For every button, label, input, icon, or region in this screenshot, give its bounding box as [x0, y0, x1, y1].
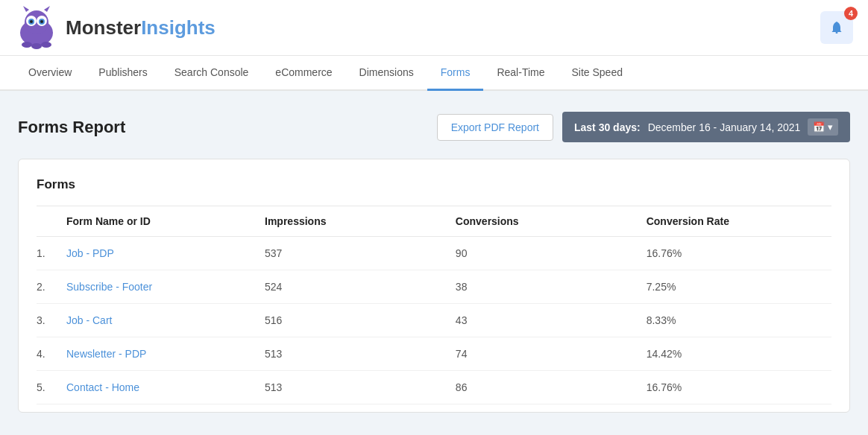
svg-point-12 — [41, 42, 51, 48]
col-header-num — [37, 206, 59, 237]
nav-item-forms[interactable]: Forms — [427, 56, 484, 91]
form-name-link[interactable]: Contact - Home — [66, 381, 139, 393]
table-row: 1. Job - PDP 537 90 16.76% — [37, 237, 831, 270]
notification-button[interactable]: 4 — [820, 11, 853, 44]
rate-cell: 7.25% — [639, 270, 831, 304]
data-table: Form Name or ID Impressions Conversions … — [37, 206, 831, 404]
calendar-icon: 📅 ▾ — [808, 118, 838, 136]
date-range-button[interactable]: Last 30 days: December 16 - January 14, … — [562, 112, 850, 142]
impressions-cell: 516 — [257, 304, 448, 337]
form-name-cell: Subscribe - Footer — [59, 270, 257, 304]
rate-cell: 8.33% — [639, 304, 831, 337]
nav-item-realtime[interactable]: Real-Time — [483, 56, 558, 91]
nav-item-site-speed[interactable]: Site Speed — [558, 56, 636, 91]
col-header-name: Form Name or ID — [59, 206, 257, 237]
form-name-cell: Job - Cart — [59, 304, 257, 337]
date-range-bold: Last 30 days: — [574, 121, 641, 133]
table-row: 2. Subscribe - Footer 524 38 7.25% — [37, 270, 831, 304]
nav-item-dimensions[interactable]: Dimensions — [346, 56, 427, 91]
export-pdf-button[interactable]: Export PDF Report — [437, 114, 553, 141]
form-name-link[interactable]: Newsletter - PDP — [66, 348, 146, 360]
form-name-link[interactable]: Subscribe - Footer — [66, 281, 152, 293]
page-header-actions: Export PDF Report Last 30 days: December… — [437, 112, 850, 142]
form-name-link[interactable]: Job - PDP — [66, 247, 114, 259]
impressions-cell: 524 — [257, 270, 448, 304]
row-num: 3. — [37, 304, 59, 337]
header: MonsterInsights 4 — [0, 0, 868, 56]
impressions-cell: 537 — [257, 237, 448, 270]
col-header-impressions: Impressions — [257, 206, 448, 237]
svg-point-7 — [40, 20, 43, 23]
svg-marker-8 — [23, 6, 29, 12]
impressions-cell: 513 — [257, 337, 448, 371]
table-row: 3. Job - Cart 516 43 8.33% — [37, 304, 831, 337]
header-right: 4 — [820, 11, 853, 44]
row-num: 2. — [37, 270, 59, 304]
conversions-cell: 74 — [448, 337, 639, 371]
table-row: 4. Newsletter - PDP 513 74 14.42% — [37, 337, 831, 371]
nav-item-search-console[interactable]: Search Console — [161, 56, 262, 91]
form-name-cell: Newsletter - PDP — [59, 337, 257, 371]
table-row: 5. Contact - Home 513 86 16.76% — [37, 371, 831, 404]
col-header-rate: Conversion Rate — [639, 206, 831, 237]
rate-cell: 16.76% — [639, 237, 831, 270]
nav-bar: Overview Publishers Search Console eComm… — [0, 56, 868, 91]
form-name-link[interactable]: Job - Cart — [66, 314, 112, 326]
table-header-row: Form Name or ID Impressions Conversions … — [37, 206, 831, 237]
col-header-conversions: Conversions — [448, 206, 639, 237]
form-name-cell: Job - PDP — [59, 237, 257, 270]
page-title: Forms Report — [18, 118, 125, 137]
nav-item-overview[interactable]: Overview — [15, 56, 85, 91]
conversions-cell: 90 — [448, 237, 639, 270]
logo-area: MonsterInsights — [15, 6, 216, 49]
row-num: 4. — [37, 337, 59, 371]
svg-marker-9 — [44, 6, 50, 12]
row-num: 5. — [37, 371, 59, 404]
table-card: Forms Form Name or ID Impressions Conver… — [18, 159, 850, 413]
bell-icon — [829, 20, 844, 35]
form-name-cell: Contact - Home — [59, 371, 257, 404]
conversions-cell: 38 — [448, 270, 639, 304]
conversions-cell: 43 — [448, 304, 639, 337]
date-range-text: December 16 - January 14, 2021 — [648, 121, 801, 133]
svg-point-6 — [30, 20, 33, 23]
svg-point-11 — [31, 43, 42, 49]
main-content: Forms Report Export PDF Report Last 30 d… — [0, 91, 868, 434]
logo-text: MonsterInsights — [66, 16, 216, 39]
table-section-title: Forms — [37, 177, 831, 192]
nav-item-ecommerce[interactable]: eCommerce — [262, 56, 345, 91]
rate-cell: 16.76% — [639, 371, 831, 404]
notification-badge: 4 — [844, 7, 858, 20]
logo-icon — [15, 6, 58, 49]
conversions-cell: 86 — [448, 371, 639, 404]
page-header-row: Forms Report Export PDF Report Last 30 d… — [18, 112, 850, 142]
row-num: 1. — [37, 237, 59, 270]
svg-point-10 — [22, 42, 32, 48]
svg-rect-13 — [836, 32, 838, 34]
nav-item-publishers[interactable]: Publishers — [85, 56, 160, 91]
rate-cell: 14.42% — [639, 337, 831, 371]
impressions-cell: 513 — [257, 371, 448, 404]
